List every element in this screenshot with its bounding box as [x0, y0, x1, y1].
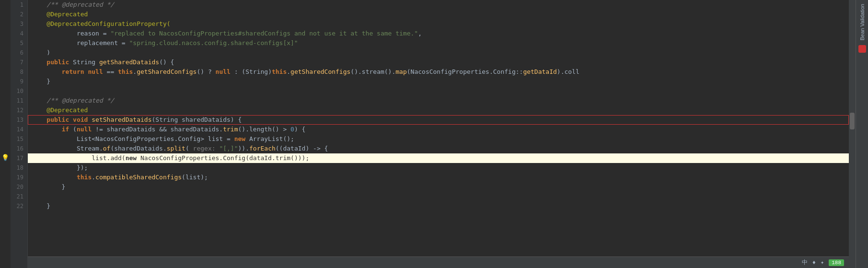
- line-number: 6: [20, 48, 23, 58]
- token: split: [167, 144, 185, 153]
- lang-badge: 188: [829, 259, 844, 266]
- left-gutter-cell: 💡: [0, 153, 11, 163]
- token: (: [185, 144, 193, 153]
- token: of: [103, 144, 111, 153]
- token: [32, 115, 46, 125]
- token: @deprecated: [62, 96, 103, 105]
- token: setSharedDataids: [92, 115, 151, 125]
- token: (sharedDataids.: [110, 144, 166, 153]
- token: getSharedConfigs: [137, 67, 197, 77]
- code-line: }: [28, 201, 849, 211]
- line-number: 3: [20, 19, 23, 29]
- line-number: 15: [17, 134, 23, 144]
- token: () ?: [197, 67, 215, 77]
- redis-explorer-icon[interactable]: [858, 45, 866, 53]
- token: null: [77, 125, 92, 134]
- left-gutter-cell: [0, 105, 11, 115]
- scrollbar-thumb[interactable]: [850, 113, 855, 129]
- left-gutter-cell: [0, 0, 11, 10]
- token: map: [395, 67, 406, 77]
- token: NacosConfigProperties.Config(dataId.: [137, 153, 276, 163]
- token: new: [234, 134, 245, 144]
- token: @Deprecated: [32, 10, 88, 19]
- token: public: [46, 115, 69, 125]
- token: [216, 144, 220, 153]
- left-gutter-cell: [0, 10, 11, 19]
- token: void: [73, 115, 88, 125]
- line-number: 19: [17, 173, 23, 182]
- code-line: [28, 86, 849, 96]
- line-number: 16: [17, 144, 23, 153]
- token: : (String): [231, 67, 272, 77]
- line-number: 1: [20, 0, 23, 10]
- spaces-indicator: ✦: [821, 259, 824, 266]
- code-editor[interactable]: /** @deprecated */ @Deprecated @Deprecat…: [28, 0, 849, 268]
- token: ) {: [294, 125, 305, 134]
- token: [32, 173, 77, 182]
- token: @deprecated: [62, 0, 103, 10]
- line-number: 5: [20, 38, 23, 48]
- code-line: replacement = "spring.cloud.nacos.config…: [28, 38, 849, 48]
- token: public: [46, 58, 69, 67]
- code-line: list.add(new NacosConfigProperties.Confi…: [28, 153, 849, 163]
- status-bar: 中 ♦ ✦ 188: [28, 256, 849, 268]
- code-line: return null == this.getSharedConfigs() ?…: [28, 67, 849, 77]
- token: return: [62, 67, 84, 77]
- token: /**: [46, 0, 61, 10]
- left-gutter-cell: [0, 58, 11, 67]
- bulb-icon[interactable]: 💡: [1, 153, 9, 163]
- line-number: 7: [20, 58, 23, 67]
- lf-indicator: ♦: [812, 259, 816, 266]
- token: (String sharedDataids) {: [151, 115, 242, 125]
- token: null: [88, 67, 103, 77]
- line-number: 13: [17, 115, 23, 125]
- token: "[,]": [219, 144, 238, 153]
- left-gutter-cell: [0, 86, 11, 96]
- left-gutter-cell: [0, 182, 11, 192]
- token: trim: [276, 153, 290, 163]
- token: ().stream().: [350, 67, 395, 77]
- token: ()));: [290, 153, 309, 163]
- token: }: [32, 77, 50, 86]
- token: [69, 115, 73, 125]
- vertical-scrollbar[interactable]: [849, 0, 856, 268]
- left-gutter-cell: [0, 48, 11, 58]
- token: ((dataId) -> {: [276, 144, 328, 153]
- code-line: ▼ public String getSharedDataids() {: [28, 58, 849, 67]
- token: ): [32, 48, 50, 58]
- line-number: 20: [17, 182, 23, 192]
- token: ,: [418, 29, 422, 38]
- left-gutter-cell: [0, 96, 11, 105]
- token: (: [122, 153, 126, 163]
- left-gutter-cell: [0, 38, 11, 48]
- token: forEach: [249, 144, 276, 153]
- token: new: [126, 153, 137, 163]
- token: getDataId: [523, 67, 556, 77]
- token: "spring.cloud.nacos.config.shared-config…: [129, 38, 298, 48]
- token: @Deprecated: [32, 105, 88, 115]
- bean-validation-label: Bean Validation: [859, 4, 865, 40]
- token: .: [133, 67, 137, 77]
- token: String: [69, 58, 99, 67]
- token: )).: [238, 144, 249, 153]
- left-gutter-cell: [0, 29, 11, 38]
- left-gutter-cell: [0, 173, 11, 182]
- code-line: @DeprecatedConfigurationProperty(: [28, 19, 849, 29]
- token: getSharedConfigs: [290, 67, 350, 77]
- code-line: this.compatibleSharedConfigs(list);: [28, 173, 849, 182]
- line-number: 10: [17, 86, 23, 96]
- line-number: 2: [20, 10, 23, 19]
- code-line: [28, 192, 849, 201]
- code-line: @Deprecated: [28, 10, 849, 19]
- code-line: ▼ Stream.of(sharedDataids.split( regex: …: [28, 144, 849, 153]
- code-line: ▼ public void setSharedDataids(String sh…: [28, 115, 849, 125]
- token: /**: [46, 96, 61, 105]
- token: [88, 115, 92, 125]
- line-number: 9: [20, 77, 23, 86]
- left-gutter-cell: [0, 192, 11, 201]
- code-line: });: [28, 163, 849, 173]
- token: [84, 67, 88, 77]
- left-gutter-cell: [0, 19, 11, 29]
- left-gutter-cell: [0, 163, 11, 173]
- code-line: /** @deprecated */: [28, 0, 849, 10]
